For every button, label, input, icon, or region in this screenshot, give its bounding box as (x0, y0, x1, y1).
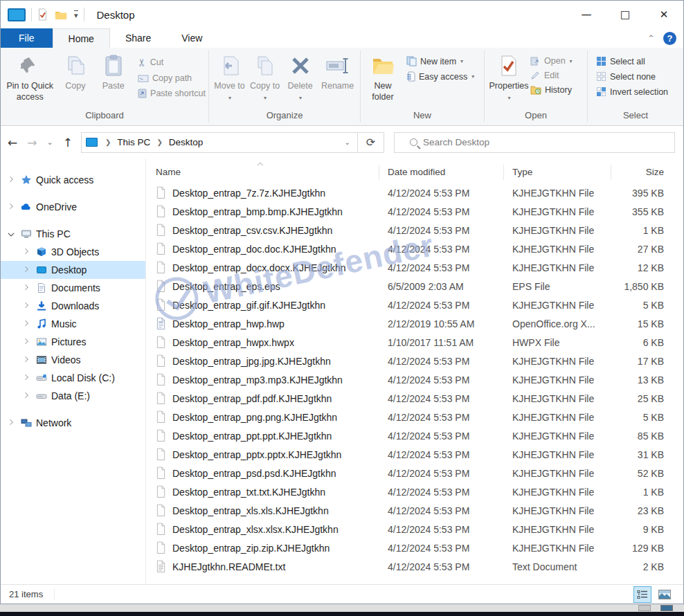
chevron-right-icon[interactable] (19, 248, 34, 256)
select-group-label: Select (588, 110, 683, 125)
chevron-right-icon[interactable] (19, 320, 34, 328)
sidebar-item-pictures[interactable]: Pictures (1, 333, 145, 351)
search-box[interactable] (394, 132, 675, 153)
chevron-right-icon[interactable] (19, 392, 34, 400)
new-folder-button[interactable]: New folder (363, 52, 402, 102)
table-row[interactable]: Desktop_entrap_doc.doc.KJHEJgtkhn4/12/20… (146, 239, 683, 258)
column-header-name[interactable]: Name (146, 165, 379, 180)
chevron-right-icon[interactable] (19, 266, 34, 274)
table-row[interactable]: Desktop_entrap_gif.gif.KJHEJgtkhn4/12/20… (146, 296, 683, 314)
history-button[interactable]: History (530, 85, 573, 95)
table-row[interactable]: Desktop_entrap_ppt.ppt.KJHEJgtkhn4/12/20… (146, 426, 683, 445)
tab-home[interactable]: Home (53, 28, 110, 48)
delete-button[interactable]: Delete▾ (282, 52, 318, 102)
tab-share[interactable]: Share (110, 28, 166, 48)
sidebar-item-quick-access[interactable]: Quick access (1, 171, 145, 189)
select-all-button[interactable]: Select all (596, 56, 668, 66)
table-row[interactable]: Desktop_entrap_pptx.pptx.KJHEJgtkhn4/12/… (146, 445, 683, 464)
recent-locations-icon[interactable]: ⌄ (47, 138, 53, 147)
table-row[interactable]: Desktop_entrap_hwp.hwp2/12/2019 10:55 AM… (146, 314, 683, 333)
easy-access-button[interactable]: Easy access▾ (406, 71, 474, 82)
properties-button[interactable]: Properties▾ (487, 52, 530, 102)
table-row[interactable]: Desktop_entrap_7z.7z.KJHEJgtkhn4/12/2024… (146, 183, 683, 202)
invert-selection-button[interactable]: Invert selection (596, 87, 668, 97)
refresh-button[interactable]: ⟳ (358, 132, 384, 153)
table-row[interactable]: Desktop_entrap_zip.zip.KJHEJgtkhn4/12/20… (146, 538, 683, 557)
sidebar-item-downloads[interactable]: Downloads (1, 297, 145, 315)
sidebar-item-this-pc[interactable]: This PC (1, 225, 145, 243)
chevron-right-icon[interactable] (3, 419, 19, 427)
chevron-right-icon[interactable] (19, 374, 34, 382)
forward-button[interactable]: → (27, 136, 37, 150)
sidebar-item-local-disk-c[interactable]: Local Disk (C:) (1, 369, 145, 387)
maximize-button[interactable]: □ (606, 1, 645, 28)
table-row[interactable]: KJHEJgtkhn.READMEt.txt4/12/2024 5:53 PMT… (146, 557, 683, 576)
copy-button[interactable]: Copy (56, 52, 94, 92)
collapse-ribbon-icon[interactable]: ⌃ (647, 33, 655, 44)
table-row[interactable]: Desktop_entrap_txt.txt.KJHEJgtkhn4/12/20… (146, 482, 683, 501)
copy-path-button[interactable]: Copy path (138, 73, 206, 83)
copy-to-button[interactable]: Copy to ▾ (247, 52, 282, 102)
select-none-button[interactable]: Select none (596, 71, 668, 82)
details-view-button[interactable] (633, 586, 651, 603)
chevron-down-icon[interactable] (3, 230, 19, 238)
up-button[interactable]: ↑ (63, 136, 73, 150)
table-row[interactable]: Desktop_entrap_xls.xls.KJHEJgtkhn4/12/20… (146, 501, 683, 520)
tab-view[interactable]: View (166, 28, 217, 48)
table-row[interactable]: Desktop_entrap_eps.eps6/5/2009 2:03 AMEP… (146, 277, 683, 296)
rename-button[interactable]: Rename (318, 52, 357, 92)
column-header-type[interactable]: Type (504, 165, 611, 180)
table-row[interactable]: Desktop_entrap_bmp.bmp.KJHEJgtkhn4/12/20… (146, 202, 683, 221)
help-button[interactable]: ? (663, 32, 676, 45)
chevron-right-icon[interactable] (19, 356, 34, 364)
sidebar-item-documents[interactable]: Documents (1, 279, 145, 297)
pin-to-quick-access-button[interactable]: Pin to Quick access (3, 52, 56, 102)
chevron-right-icon[interactable] (19, 302, 34, 310)
cut-button[interactable]: ✂Cut (138, 56, 206, 69)
breadcrumb-this-pc[interactable]: This PC (116, 137, 152, 147)
sidebar-item-3d-objects[interactable]: 3D Objects (1, 243, 145, 261)
table-row[interactable]: Desktop_entrap_pdf.pdf.KJHEJgtkhn4/12/20… (146, 389, 683, 408)
new-group-label: New (361, 110, 484, 125)
table-row[interactable]: Desktop_entrap_mp3.mp3.KJHEJgtkhn4/12/20… (146, 370, 683, 389)
table-row[interactable]: Desktop_entrap_docx.docx.KJHEJgtkhn4/12/… (146, 258, 683, 277)
close-button[interactable]: ✕ (645, 1, 683, 28)
sidebar-item-music[interactable]: Music (1, 315, 145, 333)
tab-file[interactable]: File (1, 28, 53, 48)
table-row[interactable]: Desktop_entrap_psd.psd.KJHEJgtkhn4/12/20… (146, 464, 683, 482)
sidebar-item-network[interactable]: Network (1, 414, 145, 432)
new-item-button[interactable]: New item▾ (406, 56, 474, 66)
column-header-date-modified[interactable]: Date modified (379, 165, 504, 180)
table-row[interactable]: Desktop_entrap_jpg.jpg.KJHEJgtkhn4/12/20… (146, 352, 683, 370)
address-dropdown-icon[interactable]: ⌄ (338, 138, 357, 146)
paste-button[interactable]: Paste (94, 52, 132, 92)
paste-shortcut-button[interactable]: Paste shortcut (138, 88, 206, 98)
sidebar-item-onedrive[interactable]: OneDrive (1, 198, 145, 216)
thumbnail-view-button[interactable] (656, 586, 674, 603)
open-button[interactable]: Open▾ (530, 56, 573, 66)
sidebar-item-videos[interactable]: Videos (1, 351, 145, 369)
chevron-right-icon[interactable] (3, 203, 19, 211)
sidebar-item-data-e[interactable]: Data (E:) (1, 387, 145, 405)
edit-button[interactable]: Edit (530, 71, 573, 80)
back-button[interactable]: ← (8, 136, 17, 150)
table-row[interactable]: Desktop_entrap_csv.csv.KJHEJgtkhn4/12/20… (146, 221, 683, 239)
properties-quick-icon[interactable] (37, 8, 48, 21)
table-row[interactable]: Desktop_entrap_png.png.KJHEJgtkhn4/12/20… (146, 408, 683, 426)
table-row[interactable]: Desktop_entrap_xlsx.xlsx.KJHEJgtkhn4/12/… (146, 520, 683, 538)
new-folder-quick-icon[interactable] (55, 10, 67, 20)
address-bar[interactable]: ❯ This PC ❯ Desktop ⌄ (81, 132, 358, 153)
chevron-right-icon[interactable] (19, 284, 34, 292)
sidebar-item-desktop[interactable]: Desktop (1, 261, 145, 279)
window-title: Desktop (97, 9, 135, 21)
table-row[interactable]: Desktop_entrap_hwpx.hwpx1/10/2017 11:51 … (146, 333, 683, 352)
search-input[interactable] (423, 137, 669, 147)
customize-toolbar-caret-icon[interactable]: ▾ (74, 10, 78, 19)
breadcrumb-desktop[interactable]: Desktop (168, 137, 205, 147)
chevron-right-icon[interactable] (19, 338, 34, 346)
chevron-right-icon[interactable] (3, 176, 19, 184)
minimize-button[interactable]: — (567, 1, 606, 28)
column-header-size[interactable]: Size (611, 165, 681, 180)
file-type: KJHEJGTKHN File (504, 468, 611, 479)
move-to-button[interactable]: Move to ▾ (212, 52, 247, 102)
